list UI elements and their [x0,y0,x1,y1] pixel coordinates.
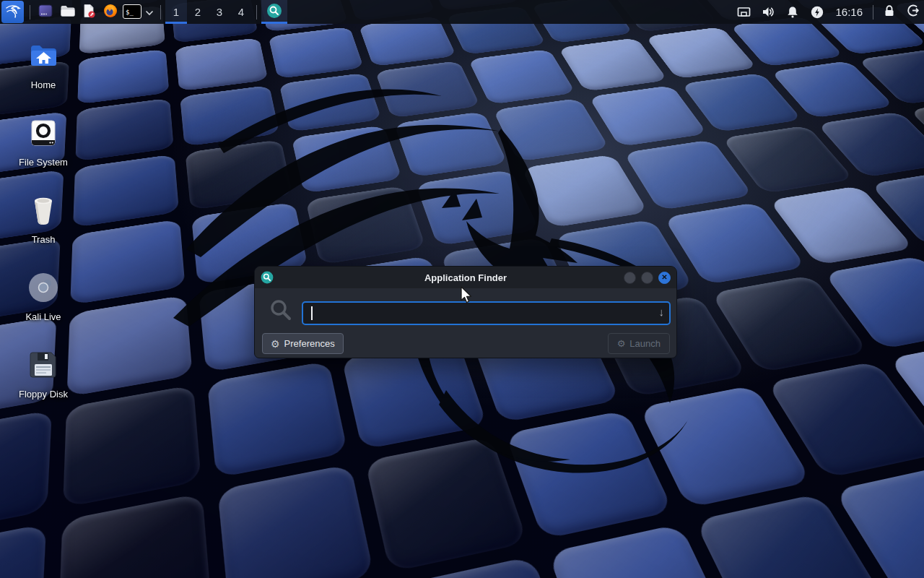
desktop-icon-label: Trash [32,234,56,245]
terminal-icon: $_ [123,4,141,19]
desktop-icon-file-system[interactable]: File System [0,116,87,168]
applications-menu-button[interactable] [1,1,24,23]
launcher-firefox[interactable] [100,0,121,24]
window-controls: ✕ [624,272,671,284]
clock[interactable]: 16:16 [829,6,868,18]
terminal-dropdown-button[interactable] [143,0,156,24]
document-edit-icon [81,3,97,22]
lock-icon [882,4,897,21]
workspace-number: 3 [217,6,222,18]
workspace-number: 1 [173,6,179,18]
desktop-icon-label: Home [31,79,56,90]
desktop-icon-home[interactable]: Home [0,39,87,90]
workspace-2[interactable]: 2 [187,0,209,24]
network-tray-icon[interactable] [731,0,756,24]
notifications-bell-icon[interactable] [780,0,805,24]
dashboard-window-icon [38,3,53,22]
launcher-group: $_ [35,0,156,24]
workspace-number: 2 [195,6,201,18]
finder-titlebar[interactable]: Application Finder ✕ [255,267,676,288]
optical-disc-icon [27,271,60,307]
hard-drive-icon [27,116,60,152]
firefox-icon [103,3,118,22]
workspace-switcher: 1 2 3 4 [165,0,252,24]
top-panel: $_ 1 2 3 4 [0,0,924,24]
desktop-icon-label: File System [19,157,68,168]
volume-tray-icon[interactable] [756,0,780,24]
close-button[interactable]: ✕ [658,272,671,284]
gear-icon: ⚙ [271,338,280,350]
panel-separator [256,5,257,20]
logout-button[interactable] [901,0,924,24]
launcher-xfdashboard[interactable] [35,0,56,24]
home-folder-icon [27,39,60,75]
search-input[interactable] [302,301,671,325]
logout-icon [905,3,920,21]
maximize-button[interactable] [641,272,653,284]
workspace-3[interactable]: 3 [209,0,230,24]
panel-separator [30,5,30,20]
finder-window-icon [261,271,274,284]
window-title: Application Finder [255,272,676,283]
desktop-icon-kali-live[interactable]: Kali Live [0,271,87,322]
preferences-label: Preferences [284,338,335,349]
desktop-icon-floppy-disk[interactable]: Floppy Disk [0,348,87,400]
search-field-wrapper: ↓ [302,301,671,325]
folder-icon [59,3,75,22]
preferences-button[interactable]: ⚙ Preferences [262,333,344,354]
kali-dragon-icon [4,2,22,22]
trash-can-icon [27,194,60,230]
finder-body: ↓ ⚙ Preferences ⚙ Launch [255,288,676,359]
app-finder-magnifier-icon [266,3,282,22]
desktop-icon-trash[interactable]: Trash [0,194,87,245]
terminal-prompt-glyph: $_ [126,9,134,16]
panel-separator [873,5,873,20]
launch-button[interactable]: ⚙ Launch [608,333,670,354]
workspace-4[interactable]: 4 [230,0,252,24]
panel-right-group: 16:16 [731,0,924,24]
search-icon [268,297,294,326]
application-finder-window: Application Finder ✕ ↓ ⚙ Preferences ⚙ L… [254,266,677,358]
workspace-number: 4 [238,6,244,18]
launch-label: Launch [629,338,661,349]
launcher-terminal[interactable]: $_ [121,0,143,24]
launcher-file-manager[interactable] [56,0,78,24]
launcher-text-editor[interactable] [78,0,100,24]
power-manager-icon[interactable] [805,0,829,24]
workspace-1[interactable]: 1 [165,0,187,24]
launch-gear-icon: ⚙ [617,338,626,349]
panel-separator [160,5,161,20]
minimize-button[interactable] [624,272,636,284]
desktop-icon-label: Floppy Disk [19,389,68,400]
floppy-disk-icon [27,348,60,384]
chevron-down-icon [145,6,154,19]
taskbar-application-finder[interactable] [261,0,287,24]
desktop-icon-label: Kali Live [25,311,61,322]
lock-screen-button[interactable] [878,0,901,24]
